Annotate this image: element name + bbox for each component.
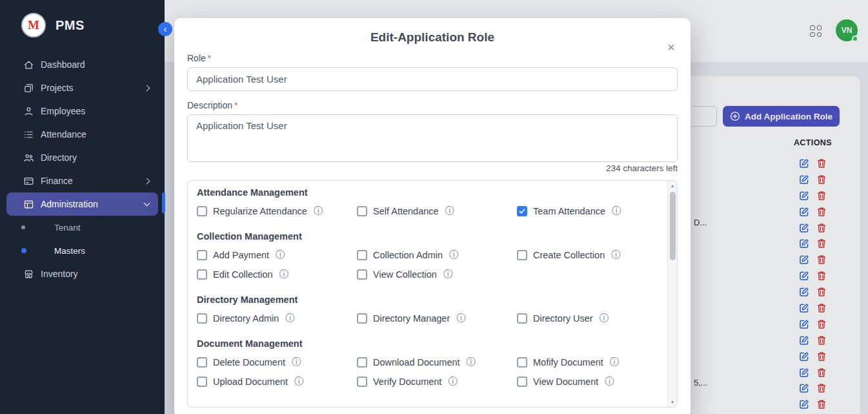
permission-grid: Directory Admin ⓘ Directory Manager ⓘ Di… <box>197 313 651 324</box>
permissions-panel-content: Attendance Management Regularize Attenda… <box>188 181 677 388</box>
info-icon[interactable]: ⓘ <box>448 376 457 388</box>
sidebar-item-label: Employees <box>41 106 85 116</box>
permission-edit-collection[interactable]: Edit Collection ⓘ <box>197 269 357 280</box>
app-name: PMS <box>56 18 85 33</box>
permission-section: Directory Management Directory Admin ⓘ D… <box>197 295 651 324</box>
scrollbar[interactable]: ▲ ▼ <box>667 181 677 407</box>
checkbox[interactable] <box>517 206 527 216</box>
info-icon[interactable]: ⓘ <box>456 313 465 324</box>
sidebar-collapse-button[interactable]: ‹ <box>158 22 172 36</box>
info-icon[interactable]: ⓘ <box>294 376 303 388</box>
sidebar-item-inventory[interactable]: Inventory <box>6 262 158 285</box>
permission-directory-admin[interactable]: Directory Admin ⓘ <box>197 313 357 324</box>
checkbox[interactable] <box>197 250 207 260</box>
description-label: Description* <box>187 100 678 110</box>
description-input[interactable]: Application Test User <box>187 114 678 162</box>
permission-delete-document[interactable]: Delete Document ⓘ <box>197 357 357 368</box>
checkbox[interactable] <box>197 357 207 367</box>
sidebar-item-label: Finance <box>41 176 73 186</box>
info-icon[interactable]: ⓘ <box>611 249 620 261</box>
logo: M PMS <box>0 0 165 47</box>
permission-directory-manager[interactable]: Directory Manager ⓘ <box>357 313 517 324</box>
sidebar-subitem-label: Masters <box>54 246 85 256</box>
permission-team-attendance[interactable]: Team Attendance ⓘ <box>517 205 651 217</box>
info-icon[interactable]: ⓘ <box>285 313 294 324</box>
permission-regularize-attendance[interactable]: Regularize Attendance ⓘ <box>197 205 357 217</box>
modal-title: Edit-Application Role <box>187 31 678 44</box>
permission-self-attendance[interactable]: Self Attendance ⓘ <box>357 205 517 217</box>
role-label-text: Role <box>187 53 206 63</box>
sidebar-item-directory[interactable]: Directory <box>6 146 158 169</box>
checkbox[interactable] <box>357 269 367 280</box>
permission-grid: Delete Document ⓘ Download Document ⓘ Mo… <box>197 357 651 388</box>
checkbox[interactable] <box>197 206 207 216</box>
permission-add-payment[interactable]: Add Payment ⓘ <box>197 249 357 261</box>
checkbox[interactable] <box>197 269 207 280</box>
info-icon[interactable]: ⓘ <box>467 357 476 368</box>
characters-left-count: 234 characters left <box>187 163 678 174</box>
info-icon[interactable]: ⓘ <box>610 357 619 368</box>
info-icon[interactable]: ⓘ <box>605 376 614 388</box>
sidebar-item-employees[interactable]: Employees <box>6 99 158 123</box>
bullet-icon <box>21 248 26 253</box>
permission-download-document[interactable]: Download Document ⓘ <box>357 357 517 368</box>
permission-label: Directory Manager <box>373 313 450 324</box>
projects-icon <box>23 83 34 94</box>
permission-view-document[interactable]: View Document ⓘ <box>517 376 651 388</box>
info-icon[interactable]: ⓘ <box>276 249 285 261</box>
info-icon[interactable]: ⓘ <box>612 205 621 217</box>
scroll-up-icon[interactable]: ▲ <box>671 183 675 188</box>
sidebar-subitem-tenant[interactable]: Tenant <box>0 216 165 239</box>
permission-view-collection[interactable]: View Collection ⓘ <box>357 269 517 280</box>
checkbox[interactable] <box>517 377 527 387</box>
checkbox[interactable] <box>517 313 527 324</box>
sidebar-item-label: Directory <box>41 152 77 163</box>
info-icon[interactable]: ⓘ <box>600 313 609 324</box>
info-icon[interactable]: ⓘ <box>443 269 452 280</box>
checkbox[interactable] <box>357 250 367 260</box>
permission-label: Verify Document <box>373 377 441 387</box>
sidebar-subitem-masters[interactable]: Masters <box>0 239 165 262</box>
checkbox[interactable] <box>357 313 367 324</box>
scrollbar-thumb[interactable] <box>670 192 676 260</box>
permission-label: Add Payment <box>213 250 269 260</box>
permission-grid: Regularize Attendance ⓘ Self Attendance … <box>197 205 651 217</box>
checkbox[interactable] <box>197 313 207 324</box>
sidebar-item-finance[interactable]: Finance <box>6 169 158 192</box>
sidebar-item-dashboard[interactable]: Dashboard <box>6 53 158 76</box>
scroll-down-icon[interactable]: ▼ <box>671 400 675 404</box>
checkbox[interactable] <box>517 357 527 367</box>
permission-create-collection[interactable]: Create Collection ⓘ <box>517 249 651 261</box>
info-icon[interactable]: ⓘ <box>445 205 454 217</box>
sidebar: M PMS Dashboard Projects Employees Atten… <box>0 0 165 414</box>
sidebar-item-projects[interactable]: Projects <box>6 76 158 99</box>
info-icon[interactable]: ⓘ <box>279 269 288 280</box>
checkbox[interactable] <box>197 377 207 387</box>
description-label-text: Description <box>187 100 232 110</box>
required-mark: * <box>234 100 237 110</box>
checkbox[interactable] <box>517 250 527 260</box>
permission-verify-document[interactable]: Verify Document ⓘ <box>357 376 517 388</box>
sidebar-item-attendance[interactable]: Attendance <box>6 123 158 146</box>
logo-icon: M <box>21 13 46 37</box>
close-icon[interactable]: × <box>667 40 675 54</box>
checkbox[interactable] <box>357 206 367 216</box>
permission-section-title: Collection Management <box>197 231 651 242</box>
permission-label: Upload Document <box>213 377 288 387</box>
store-icon <box>23 269 34 280</box>
checkbox[interactable] <box>357 357 367 367</box>
sidebar-item-label: Dashboard <box>41 59 85 70</box>
sidebar-item-label: Attendance <box>41 129 86 140</box>
checkbox[interactable] <box>357 377 367 387</box>
permission-collection-admin[interactable]: Collection Admin ⓘ <box>357 249 517 261</box>
info-icon[interactable]: ⓘ <box>314 205 323 217</box>
permission-mofify-document[interactable]: Mofify Document ⓘ <box>517 357 651 368</box>
info-icon[interactable]: ⓘ <box>292 357 301 368</box>
permission-upload-document[interactable]: Upload Document ⓘ <box>197 376 357 388</box>
permission-directory-user[interactable]: Directory User ⓘ <box>517 313 651 324</box>
permission-section-title: Attendance Management <box>197 187 651 198</box>
sidebar-item-administration[interactable]: Administration <box>6 192 158 216</box>
info-icon[interactable]: ⓘ <box>449 249 458 261</box>
role-input[interactable] <box>187 67 678 91</box>
sidebar-item-label: Projects <box>41 83 74 93</box>
